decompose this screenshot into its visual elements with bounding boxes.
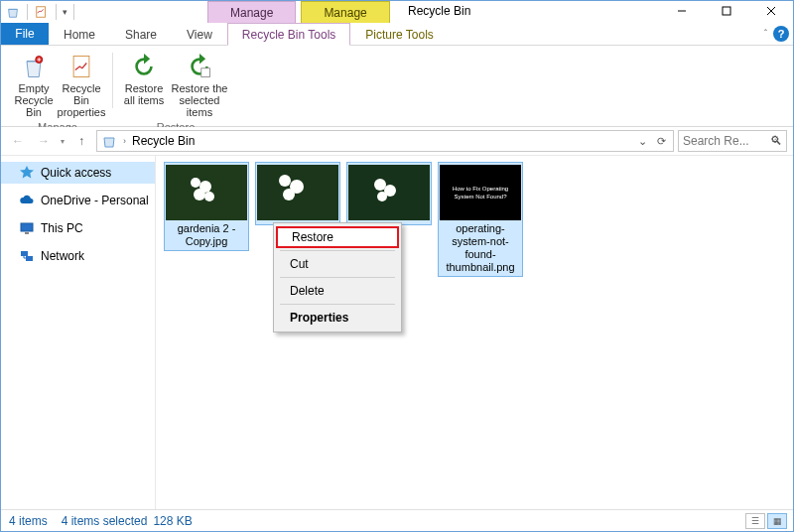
file-explorer-window: ▾ Manage Manage Recycle Bin File Home Sh… <box>0 0 794 532</box>
nav-label: Network <box>41 249 84 263</box>
svg-rect-6 <box>25 232 29 234</box>
restore-selected-items-button[interactable]: Restore the selected items <box>169 49 230 120</box>
svg-point-19 <box>374 179 386 191</box>
window-title: Recycle Bin <box>408 4 470 18</box>
title-bar: ▾ Manage Manage Recycle Bin <box>1 1 793 23</box>
context-cut[interactable]: Cut <box>276 253 399 275</box>
monitor-icon <box>19 220 35 236</box>
thumbnail <box>348 165 430 220</box>
refresh-icon[interactable]: ⟳ <box>652 135 671 148</box>
star-icon <box>19 165 35 181</box>
file-item[interactable] <box>346 162 432 225</box>
svg-point-13 <box>204 192 214 201</box>
maximize-button[interactable] <box>704 1 748 21</box>
file-item[interactable]: gardenia 2 - Copy.jpg <box>164 162 249 251</box>
ribbon-group-restore: Restore all items Restore the selected i… <box>117 49 234 126</box>
tab-home[interactable]: Home <box>49 23 110 45</box>
recycle-bin-icon <box>101 133 117 149</box>
address-dropdown-icon[interactable]: ⌄ <box>633 135 652 148</box>
items-view: gardenia 2 - Copy.jpg How to Fix Operati… <box>164 162 785 277</box>
chevron-right-icon[interactable]: › <box>119 136 130 146</box>
explorer-body: Quick access OneDrive - Personal This PC… <box>1 155 793 509</box>
svg-rect-3 <box>73 57 89 77</box>
context-separator <box>280 304 395 305</box>
empty-recycle-bin-button[interactable]: Empty Recycle Bin <box>11 49 57 120</box>
ribbon-group-manage: Empty Recycle Bin Recycle Bin properties… <box>7 49 108 126</box>
help-icon[interactable]: ? <box>773 26 789 42</box>
tab-recycle-bin-tools[interactable]: Recycle Bin Tools <box>227 23 351 46</box>
svg-point-17 <box>283 189 295 200</box>
contextual-tab-headers: Manage Manage <box>207 1 390 23</box>
contextual-tab-recycle[interactable]: Manage <box>207 1 296 23</box>
nav-network[interactable]: Network <box>1 245 155 267</box>
context-restore[interactable]: Restore <box>276 226 399 248</box>
file-item[interactable]: How to Fix Operating System Not Found? o… <box>438 162 523 277</box>
nav-onedrive[interactable]: OneDrive - Personal <box>1 190 155 211</box>
restore-all-items-button[interactable]: Restore all items <box>121 49 167 108</box>
minimize-button[interactable] <box>659 1 704 21</box>
svg-point-12 <box>194 189 205 200</box>
status-bar: 4 items 4 items selected 128 KB ☰ ▦ <box>1 509 793 531</box>
context-separator <box>280 277 395 278</box>
network-icon <box>19 248 35 264</box>
nav-label: Quick access <box>41 166 111 180</box>
ribbon-tabs: File Home Share View Recycle Bin Tools P… <box>1 23 793 46</box>
status-size: 128 KB <box>153 514 192 528</box>
search-icon[interactable]: 🔍︎ <box>770 134 782 148</box>
file-item[interactable] <box>255 162 340 225</box>
file-name: operating-system-not-found-thumbnail.png <box>441 222 520 274</box>
file-name: gardenia 2 - Copy.jpg <box>167 222 246 248</box>
cloud-icon <box>19 193 35 208</box>
context-delete[interactable]: Delete <box>276 280 399 302</box>
svg-rect-7 <box>21 251 28 256</box>
content-pane[interactable]: gardenia 2 - Copy.jpg How to Fix Operati… <box>156 156 793 509</box>
context-separator <box>280 250 395 251</box>
contextual-tab-picture[interactable]: Manage <box>301 1 389 23</box>
navigation-pane: Quick access OneDrive - Personal This PC… <box>1 156 156 509</box>
quick-access-toolbar: ▾ <box>1 4 80 20</box>
tab-share[interactable]: Share <box>110 23 172 45</box>
address-box[interactable]: › Recycle Bin ⌄ ⟳ <box>96 130 674 152</box>
svg-rect-5 <box>21 223 33 231</box>
tab-picture-tools[interactable]: Picture Tools <box>350 23 448 45</box>
nav-this-pc[interactable]: This PC <box>1 217 155 239</box>
address-bar: ← → ▾ ↑ › Recycle Bin ⌄ ⟳ Search Re... 🔍… <box>1 127 793 155</box>
thumbnail: How to Fix Operating System Not Found? <box>440 165 521 220</box>
view-mode-switch: ☰ ▦ <box>745 513 787 529</box>
thumbnail <box>166 165 247 220</box>
nav-label: OneDrive - Personal <box>41 194 149 207</box>
recycle-bin-properties-button[interactable]: Recycle Bin properties <box>59 49 104 120</box>
nav-quick-access[interactable]: Quick access <box>1 162 155 184</box>
status-selected-count: 4 items selected <box>62 514 148 528</box>
context-properties[interactable]: Properties <box>276 307 399 329</box>
details-view-button[interactable]: ☰ <box>745 513 765 529</box>
svg-rect-4 <box>201 68 210 77</box>
thumbnail <box>257 165 338 220</box>
svg-point-21 <box>377 192 387 201</box>
ribbon-body: Empty Recycle Bin Recycle Bin properties… <box>1 46 793 127</box>
address-location[interactable]: Recycle Bin <box>130 134 197 148</box>
nav-history-dropdown-icon[interactable]: ▾ <box>61 137 65 146</box>
svg-point-15 <box>279 175 291 187</box>
recycle-bin-icon-small[interactable] <box>5 4 21 20</box>
collapse-ribbon-icon[interactable]: ˆ <box>764 28 767 38</box>
window-controls <box>659 1 793 21</box>
thumbnails-view-button[interactable]: ▦ <box>767 513 787 529</box>
nav-forward-button[interactable]: → <box>33 130 55 152</box>
nav-label: This PC <box>41 221 83 235</box>
status-item-count: 4 items <box>9 514 48 528</box>
close-button[interactable] <box>748 1 793 21</box>
qat-dropdown-icon[interactable]: ▾ <box>63 7 67 17</box>
properties-icon-small[interactable] <box>34 4 50 20</box>
svg-rect-1 <box>723 7 730 15</box>
svg-point-10 <box>191 178 200 188</box>
search-placeholder: Search Re... <box>683 134 749 148</box>
context-menu: Restore Cut Delete Properties <box>273 222 402 332</box>
tab-view[interactable]: View <box>172 23 227 45</box>
search-box[interactable]: Search Re... 🔍︎ <box>678 130 787 152</box>
nav-back-button[interactable]: ← <box>7 130 29 152</box>
nav-up-button[interactable]: ↑ <box>70 130 92 152</box>
tab-file[interactable]: File <box>1 23 49 45</box>
